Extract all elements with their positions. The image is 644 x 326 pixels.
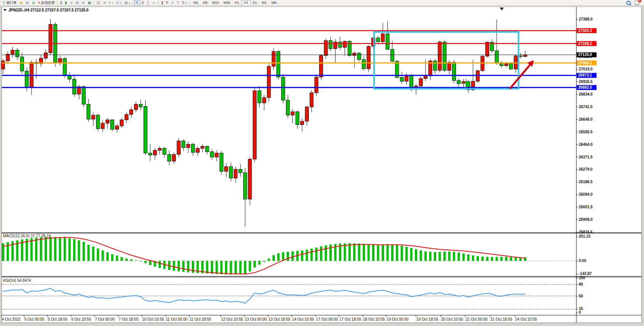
macd-bar xyxy=(424,251,427,261)
crosshair-button[interactable]: ┼ xyxy=(140,0,146,6)
fibonacci-button[interactable]: F xyxy=(165,0,170,6)
price-tick-label: 27019.0 xyxy=(579,67,593,71)
new-order-button-label: 新订单 xyxy=(6,0,17,5)
chart-window[interactable]: 27389.027296.527204.027111.527019.026926… xyxy=(0,0,644,326)
macd-bar xyxy=(481,257,483,261)
macd-bar xyxy=(358,243,360,261)
candle-up xyxy=(353,53,356,55)
periods-icon: ◷ xyxy=(116,0,119,5)
zoom-out-button[interactable]: ⊖ xyxy=(80,0,86,6)
equidistant-channel-button[interactable]: ∥ xyxy=(160,0,165,6)
styler-button[interactable]: ◆ xyxy=(18,0,24,6)
signals-button[interactable]: ◍ xyxy=(31,0,37,6)
periods-button[interactable]: ◷▾ xyxy=(115,0,123,6)
timeframe-w1[interactable]: W1 xyxy=(259,0,269,6)
macd-bar xyxy=(140,261,142,261)
macd-bar xyxy=(68,238,71,261)
macd-bar xyxy=(453,252,455,261)
bar-chart-button[interactable]: ⫼ xyxy=(59,0,63,6)
macd-bar xyxy=(348,243,351,261)
candle-up xyxy=(115,126,119,129)
text-label-button[interactable]: T xyxy=(175,0,180,6)
macd-bar xyxy=(443,251,446,261)
chevron-down-icon: ▾ xyxy=(186,2,187,4)
trendline-button[interactable]: ∕ xyxy=(156,0,160,6)
notifications-icon[interactable]: 1 xyxy=(634,1,639,5)
macd-bar xyxy=(477,256,479,261)
candle-down xyxy=(96,115,100,129)
notification-badge: 1 xyxy=(638,0,641,3)
macd-bar xyxy=(83,242,85,261)
candle-down xyxy=(433,61,437,70)
arrows-button[interactable]: ⇅▾ xyxy=(180,0,189,6)
macd-bar xyxy=(463,253,465,261)
candle-down xyxy=(443,42,446,70)
candle-up xyxy=(177,141,180,155)
text-label-icon: T xyxy=(177,0,179,5)
tile-windows-button[interactable]: ▦ xyxy=(86,0,93,6)
macd-bar xyxy=(472,255,474,261)
candle-down xyxy=(210,152,214,157)
candle-up xyxy=(248,159,252,199)
candle-up xyxy=(315,77,318,93)
terminal-button[interactable]: 🖳 xyxy=(24,0,31,6)
macd-bar xyxy=(206,261,208,273)
macd-bar xyxy=(97,248,99,261)
timeframe-m1[interactable]: M1 xyxy=(191,0,201,6)
cursor-button[interactable]: ↖ xyxy=(134,0,140,6)
candlestick-chart-button[interactable]: ▮ xyxy=(63,0,68,6)
macd-bar xyxy=(310,249,313,261)
candle-up xyxy=(253,91,256,159)
rsi-indicator-label: RSI(14) 54.8474 xyxy=(3,278,31,283)
macd-bar xyxy=(467,254,469,261)
price-tick-label: 27389.0 xyxy=(579,17,593,21)
macd-bar xyxy=(420,250,422,261)
templates-button[interactable]: ▤▾ xyxy=(123,0,132,6)
timeframe-mn[interactable]: MN xyxy=(269,0,279,6)
price-badge-current-label: 27125.0 xyxy=(578,53,593,57)
timeframe-h1[interactable]: H1 xyxy=(233,0,242,6)
price-badge-pivot-orange-label: 27065.2 xyxy=(578,61,593,65)
candle-up xyxy=(6,54,10,61)
date-tick-label: 24 Oct 10:55 xyxy=(515,317,537,321)
search-icon[interactable] xyxy=(626,1,631,5)
candle-down xyxy=(167,154,171,161)
indicators-button[interactable]: ƒ▾ xyxy=(108,0,115,6)
chevron-down-icon: ▾ xyxy=(112,2,113,4)
new-order-button[interactable]: 🗋新订单 xyxy=(1,0,18,6)
candle-down xyxy=(191,144,195,152)
price-badge-support-1-label: 26973.1 xyxy=(578,73,593,77)
line-chart-button[interactable]: ∿ xyxy=(68,0,74,6)
candle-down xyxy=(357,53,361,59)
macd-bar xyxy=(500,257,503,261)
rsi-axis-label: 50 xyxy=(579,294,583,298)
date-tick-label: 5 Oct 18:55 xyxy=(48,317,67,321)
candle-down xyxy=(220,153,223,171)
candle-down xyxy=(16,50,19,57)
vertical-line-button[interactable]: │ xyxy=(146,0,151,6)
candle-up xyxy=(367,46,370,69)
macd-bar xyxy=(254,261,256,268)
new-order-icon: 🗋 xyxy=(2,0,6,5)
chart-shift-button[interactable]: ⇥ xyxy=(101,0,108,6)
candle-up xyxy=(58,59,62,63)
horizontal-line-button[interactable]: ─ xyxy=(151,0,156,6)
timeframe-h4[interactable]: H4 xyxy=(241,0,251,6)
date-tick-label: 17 Oct 00:00 xyxy=(316,317,338,321)
candle-down xyxy=(239,169,242,173)
styler-icon: ◆ xyxy=(20,0,22,5)
text-button[interactable]: A xyxy=(170,0,175,6)
timeframe-m5[interactable]: M5 xyxy=(201,0,210,6)
macd-bar xyxy=(291,251,294,261)
candle-down xyxy=(63,59,66,75)
equidistant-channel-icon: ∥ xyxy=(161,0,163,5)
timeframe-d1[interactable]: D1 xyxy=(251,0,260,6)
timeframe-m15[interactable]: M15 xyxy=(210,0,222,6)
autotrading-button[interactable]: ●自动交易 xyxy=(37,0,56,6)
timeframe-switcher: M1M5M15M30H1H4D1W1MN xyxy=(191,0,279,6)
macd-bar xyxy=(2,243,4,261)
zoom-in-button[interactable]: ⊕ xyxy=(74,0,80,6)
auto-arrange-button[interactable]: ◫ xyxy=(95,0,101,6)
timeframe-m30[interactable]: M30 xyxy=(221,0,233,6)
macd-bar xyxy=(320,246,322,261)
